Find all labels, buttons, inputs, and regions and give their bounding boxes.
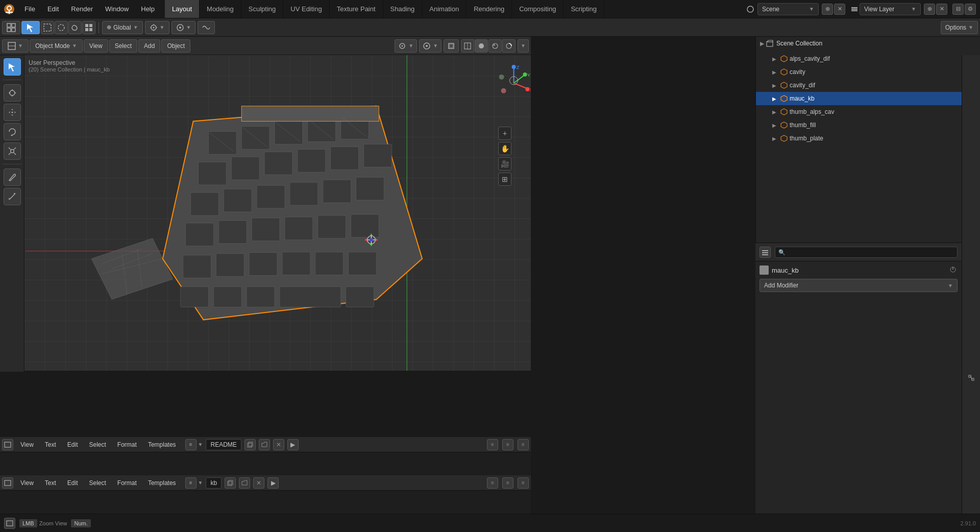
te1-play-btn[interactable]: ▶ (287, 439, 299, 450)
te1-type-btn[interactable] (2, 439, 13, 450)
tab-texture-paint[interactable]: Texture Paint (330, 0, 383, 18)
te1-format-menu[interactable]: Format (113, 437, 141, 452)
tab-shading[interactable]: Shading (383, 0, 423, 18)
te2-line-num-1[interactable]: ≡ (487, 477, 498, 489)
options-btn[interactable]: Options ▼ (941, 21, 978, 34)
te1-view-menu[interactable]: View (16, 437, 38, 452)
ortho-btn[interactable]: ⊞ (498, 173, 511, 186)
te2-view-menu[interactable]: View (16, 475, 38, 490)
te2-type-btn[interactable] (2, 477, 13, 489)
outliner-item-thumb-alps-cav[interactable]: ▶ thumb_alps_cav (756, 105, 980, 118)
object-menu-btn[interactable]: Object (161, 39, 190, 53)
tab-uv-editing[interactable]: UV Editing (283, 0, 329, 18)
te1-line-num-1[interactable]: ≡ (487, 439, 498, 450)
tab-animation[interactable]: Animation (422, 0, 467, 18)
snap-btn[interactable]: ▼ (145, 21, 169, 34)
menu-window[interactable]: Window (99, 0, 135, 18)
te2-text-menu[interactable]: Text (41, 475, 60, 490)
select-menu-btn[interactable]: Select (109, 39, 137, 53)
te1-editor-type-btn[interactable]: ≡ (185, 439, 197, 450)
te2-folder-btn[interactable] (239, 477, 250, 489)
te1-line-num-3[interactable]: ≡ (518, 439, 529, 450)
rendered-btn[interactable] (502, 39, 516, 53)
tab-compositing[interactable]: Compositing (512, 0, 564, 18)
te1-text-menu[interactable]: Text (41, 437, 60, 452)
te2-select-menu[interactable]: Select (85, 475, 110, 490)
outliner-item-thumb-fill[interactable]: ▶ thumb_fill (756, 118, 980, 132)
outliner-item-cavity-dif[interactable]: ▶ cavity_dif (756, 79, 980, 92)
solid-btn[interactable] (475, 39, 488, 53)
properties-type-btn[interactable] (760, 247, 771, 258)
settings-btn[interactable]: ⚙ (965, 4, 976, 15)
add-menu-btn[interactable]: Add (138, 39, 160, 53)
select-tool-btn[interactable] (21, 21, 40, 34)
menu-file[interactable]: File (18, 0, 41, 18)
scene-remove-btn[interactable]: ✕ (834, 4, 845, 15)
scale-tool[interactable] (4, 142, 21, 160)
te2-copy-btn[interactable] (225, 477, 236, 489)
editor-type-btn[interactable]: ▼ (2, 39, 29, 53)
te2-close-btn[interactable]: ✕ (253, 477, 264, 489)
outliner-item-mauc-kb[interactable]: ▶ mauc_kb (756, 92, 980, 105)
status-editor-btn[interactable] (4, 518, 15, 529)
scene-copy-btn[interactable]: ⊕ (822, 4, 833, 15)
te1-line-num-2[interactable]: ≡ (502, 439, 513, 450)
cursor-tool[interactable] (4, 84, 21, 102)
annotate-tool[interactable] (4, 168, 21, 186)
tab-modeling[interactable]: Modeling (200, 0, 241, 18)
te2-line-num-3[interactable]: ≡ (518, 477, 529, 489)
outliner-item-cavity[interactable]: ▶ cavity (756, 65, 980, 79)
te2-play-btn[interactable]: ▶ (267, 477, 279, 489)
camera-btn[interactable]: 🎥 (498, 157, 511, 171)
te2-templates-menu[interactable]: Templates (144, 475, 180, 490)
gizmo-btn[interactable]: ▼ (395, 39, 417, 53)
te2-editor-type-btn[interactable]: ≡ (185, 477, 197, 489)
outliner-item-alps-cavity-dif[interactable]: ▶ alps_cavity_dif (756, 52, 980, 65)
select-all-btn[interactable] (82, 21, 95, 34)
move-tool[interactable] (4, 104, 21, 121)
te1-close-btn[interactable]: ✕ (273, 439, 284, 450)
measure-tool[interactable] (4, 188, 21, 205)
te2-format-menu[interactable]: Format (113, 475, 141, 490)
te1-templates-menu[interactable]: Templates (144, 437, 180, 452)
menu-edit[interactable]: Edit (41, 0, 65, 18)
view-layer-selector[interactable]: View Layer ▼ (860, 3, 921, 15)
wireframe-btn[interactable] (461, 39, 474, 53)
viewport-3d[interactable]: Z Y X User Perspective (20) Scene Collec… (24, 55, 531, 371)
outliner-item-thumb-plate[interactable]: ▶ thumb_plate (756, 132, 980, 145)
scene-selector[interactable]: Scene ▼ (757, 3, 819, 15)
tab-rendering[interactable]: Rendering (467, 0, 512, 18)
prop-pin-btn[interactable] (949, 266, 958, 274)
select-circle-btn[interactable] (55, 21, 68, 34)
te1-edit-menu[interactable]: Edit (63, 437, 82, 452)
tab-sculpting[interactable]: Sculpting (241, 0, 283, 18)
te1-folder-btn[interactable] (259, 439, 270, 450)
rotate-tool[interactable] (4, 123, 21, 140)
select-lasso-btn[interactable] (68, 21, 82, 34)
prop-constraints-btn[interactable] (964, 371, 978, 385)
viewlayer-remove-btn[interactable]: ✕ (936, 4, 947, 15)
xray-btn[interactable] (444, 39, 459, 53)
tab-scripting[interactable]: Scripting (564, 0, 604, 18)
object-mode-btn[interactable]: Object Mode ▼ (30, 39, 83, 53)
view-menu-btn[interactable]: View (84, 39, 108, 53)
zoom-in-btn[interactable]: + (498, 127, 511, 140)
select-tool-side[interactable] (4, 58, 21, 76)
menu-render[interactable]: Render (65, 0, 99, 18)
viewlayer-copy-btn[interactable]: ⊕ (924, 4, 935, 15)
viewport-options-btn[interactable]: ▼ (518, 39, 529, 53)
proportional-btn[interactable]: ▼ (172, 21, 196, 34)
layout-tools-btn[interactable] (2, 21, 20, 34)
overlay-btn[interactable]: ▼ (419, 39, 442, 53)
hand-tool-btn[interactable]: ✋ (498, 142, 511, 155)
te2-line-num-2[interactable]: ≡ (502, 477, 513, 489)
transform-space-btn[interactable]: ⊕ Global ▼ (102, 21, 143, 34)
te1-copy-btn[interactable] (244, 439, 256, 450)
properties-search[interactable] (775, 247, 958, 258)
te2-edit-menu[interactable]: Edit (63, 475, 82, 490)
add-modifier-button[interactable]: Add Modifier ▼ (760, 279, 958, 292)
material-btn[interactable] (488, 39, 502, 53)
select-box-btn[interactable] (41, 21, 54, 34)
filter-btn[interactable]: ⊟ (952, 4, 964, 15)
wave-tool-btn[interactable] (198, 21, 215, 34)
